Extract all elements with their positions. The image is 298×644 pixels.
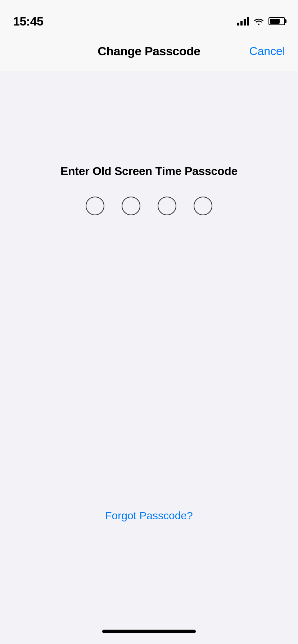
passcode-dot-2 <box>122 197 140 215</box>
signal-icon <box>237 17 249 26</box>
passcode-prompt: Enter Old Screen Time Passcode <box>60 165 238 178</box>
battery-body <box>268 17 285 25</box>
page-title: Change Passcode <box>98 44 200 58</box>
status-time: 15:45 <box>13 14 43 28</box>
home-indicator <box>0 622 298 644</box>
battery-icon <box>268 17 285 25</box>
passcode-dot-4 <box>194 197 212 215</box>
forgot-passcode-link[interactable]: Forgot Passcode? <box>105 510 193 522</box>
status-icons <box>237 17 285 26</box>
passcode-dot-1 <box>86 197 104 215</box>
passcode-dots <box>86 197 212 215</box>
signal-bar-1 <box>237 23 239 26</box>
wifi-icon <box>253 17 264 25</box>
nav-bar: Change Passcode Cancel <box>0 32 298 71</box>
main-content: Enter Old Screen Time Passcode Forgot Pa… <box>0 71 298 622</box>
cancel-button[interactable]: Cancel <box>249 45 285 58</box>
passcode-section: Enter Old Screen Time Passcode <box>60 165 238 215</box>
signal-bar-4 <box>247 17 249 26</box>
home-bar <box>102 630 196 633</box>
battery-fill <box>270 19 280 24</box>
passcode-dot-3 <box>158 197 176 215</box>
signal-bar-2 <box>240 21 243 26</box>
signal-bar-3 <box>244 19 246 26</box>
status-bar: 15:45 <box>0 0 298 32</box>
